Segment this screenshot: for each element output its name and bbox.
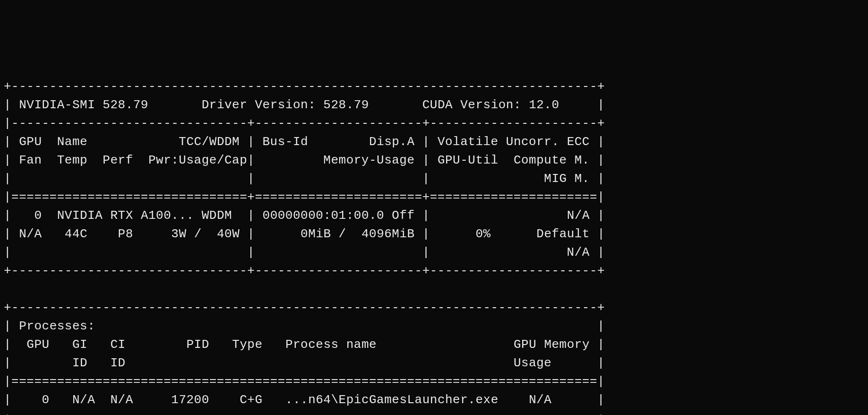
col-header-util: GPU-Util Compute M. [438,153,590,167]
proc-header-gi-id: ID [72,356,87,370]
gpu-index: 0 [34,208,42,223]
gpu-util: 0% [475,227,490,241]
nvidia-smi-output: +---------------------------------------… [4,78,864,415]
gpu-pwr-cap: 40W [217,227,240,241]
border-top: +---------------------------------------… [4,79,605,94]
proc-bottom-border: +---------------------------------------… [4,411,605,415]
proc-header-ci-id: ID [110,356,125,370]
col-header-fan: Fan Temp Perf Pwr:Usage/Cap [19,153,247,167]
proc-top-border: +---------------------------------------… [4,301,605,315]
proc-row-gi: N/A [72,393,95,407]
col-header-mig: MIG M. [544,172,590,186]
smi-label: NVIDIA-SMI [19,98,95,112]
header-separator: |-------------------------------+-------… [4,116,605,130]
smi-version: 528.79 [103,98,148,112]
proc-header-ci: CI [110,337,125,352]
driver-version: 528.79 [323,98,369,112]
proc-header-mem: GPU Memory [514,337,590,352]
gpu-mem-total: 4096MiB [361,227,415,241]
proc-header-gi: GI [72,337,87,352]
cuda-version: 12.0 [529,98,559,112]
gpu-mig-m: N/A [567,245,590,259]
processes-title: Processes: [19,319,95,333]
proc-header-pid: PID [187,337,209,352]
gpu-mem-used: 0MiB [301,227,331,241]
col-header-bus: Bus-Id Disp.A [263,135,415,149]
proc-header-type: Type [232,337,262,352]
col-header-mem: Memory-Usage [323,153,414,167]
proc-row-gpu: 0 [42,393,50,407]
proc-row-pid: 17200 [171,393,209,407]
driver-label: Driver Version: [202,98,316,112]
double-separator: |===============================+=======… [4,190,605,204]
proc-header-name: Process name [285,337,377,352]
proc-row-ci: N/A [110,393,133,407]
gpu-compute-m: Default [536,227,590,241]
gpu-disp-a: Off [392,208,414,223]
gpu-fan: N/A [19,227,42,241]
gpu-perf: P8 [118,227,133,241]
proc-row-name: ...n64\EpicGamesLauncher.exe [285,393,498,407]
proc-row-type: C+G [240,393,262,407]
proc-header-usage: Usage [514,356,552,370]
proc-double-separator: |=======================================… [4,374,605,389]
col-header-ecc: Volatile Uncorr. ECC [438,135,590,149]
col-header-gpu-name: GPU Name TCC/WDDM [19,135,240,149]
gpu-bus-id: 00000000:01:00.0 [263,208,385,223]
gpu-bottom-separator: +-------------------------------+-------… [4,264,605,278]
cuda-label: CUDA Version: [422,98,521,112]
gpu-temp: 44C [65,227,87,241]
gpu-name: NVIDIA RTX A100... [57,208,194,223]
gpu-mode: WDDM [202,208,232,223]
gpu-ecc: N/A [567,208,590,223]
proc-header-gpu: GPU [26,337,49,352]
gpu-pwr-usage: 3W [171,227,186,241]
proc-row-mem: N/A [529,393,551,407]
